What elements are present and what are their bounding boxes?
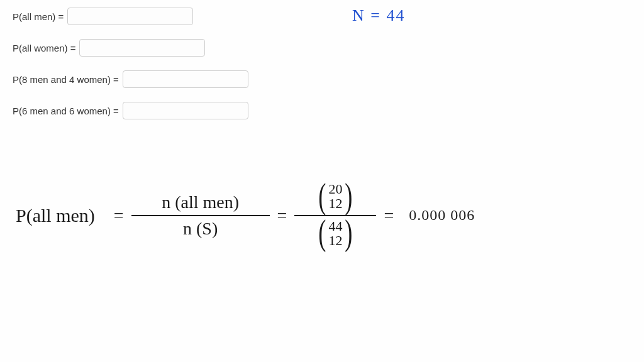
label-6men-6women: P(6 men and 6 women) = bbox=[13, 106, 119, 116]
equals-3: = bbox=[384, 206, 394, 226]
form-row-8men-4women: P(8 men and 4 women) = bbox=[13, 70, 631, 88]
form-row-6men-6women: P(6 men and 6 women) = bbox=[13, 102, 631, 119]
paren-left-icon: ( bbox=[318, 219, 326, 247]
fraction-definition: n (all men) n (S) bbox=[131, 190, 270, 241]
frac1-numerator: n (all men) bbox=[155, 190, 245, 215]
form-row-all-women: P(all women) = bbox=[13, 39, 631, 57]
input-8men-4women[interactable] bbox=[123, 70, 248, 88]
binom-bot: ( 44 12 ) bbox=[316, 219, 355, 248]
frac2-numerator: ( 20 12 ) bbox=[310, 179, 361, 215]
paren-left-icon: ( bbox=[318, 182, 326, 211]
equals-1: = bbox=[114, 206, 124, 226]
binom-bot-n: 44 bbox=[328, 219, 342, 233]
input-all-men[interactable] bbox=[67, 8, 193, 25]
form-row-all-men: P(all men) = bbox=[13, 8, 631, 25]
annotation-n-equals: N = 44 bbox=[352, 6, 405, 25]
input-all-women[interactable] bbox=[79, 39, 205, 57]
frac2-denominator: ( 44 12 ) bbox=[310, 216, 361, 252]
frac1-denominator: n (S) bbox=[177, 216, 224, 241]
calculation-work: P(all men) = n (all men) n (S) = ( 20 12… bbox=[16, 179, 475, 251]
equals-2: = bbox=[277, 206, 287, 226]
paren-right-icon: ) bbox=[345, 182, 353, 211]
work-result: 0.000 006 bbox=[409, 207, 475, 224]
work-lhs: P(all men) bbox=[16, 205, 95, 226]
input-6men-6women[interactable] bbox=[123, 102, 248, 119]
binom-top: ( 20 12 ) bbox=[316, 182, 355, 211]
fraction-binomial: ( 20 12 ) ( 44 12 ) bbox=[294, 179, 376, 251]
binom-top-n: 20 bbox=[328, 182, 342, 196]
label-all-men: P(all men) = bbox=[13, 11, 64, 22]
binom-top-k: 12 bbox=[328, 196, 342, 211]
label-all-women: P(all women) = bbox=[13, 43, 75, 53]
binom-bot-k: 12 bbox=[328, 233, 342, 248]
paren-right-icon: ) bbox=[345, 219, 353, 247]
label-8men-4women: P(8 men and 4 women) = bbox=[13, 74, 119, 85]
